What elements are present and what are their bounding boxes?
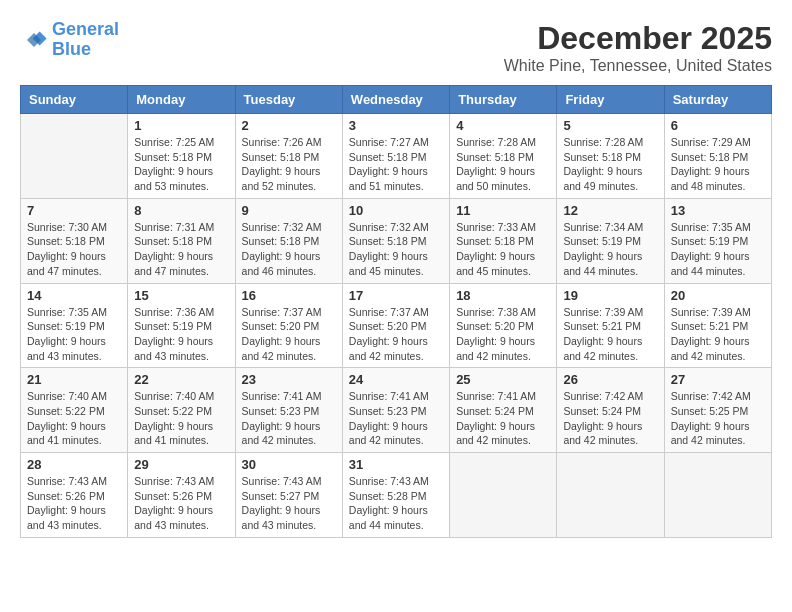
day-cell: 31Sunrise: 7:43 AMSunset: 5:28 PMDayligh… [342, 453, 449, 538]
day-info: Sunrise: 7:43 AMSunset: 5:26 PMDaylight:… [134, 474, 228, 533]
day-info: Sunrise: 7:38 AMSunset: 5:20 PMDaylight:… [456, 305, 550, 364]
day-cell: 7Sunrise: 7:30 AMSunset: 5:18 PMDaylight… [21, 198, 128, 283]
day-info: Sunrise: 7:43 AMSunset: 5:27 PMDaylight:… [242, 474, 336, 533]
day-number: 21 [27, 372, 121, 387]
weekday-wednesday: Wednesday [342, 86, 449, 114]
day-info: Sunrise: 7:43 AMSunset: 5:26 PMDaylight:… [27, 474, 121, 533]
day-info: Sunrise: 7:27 AMSunset: 5:18 PMDaylight:… [349, 135, 443, 194]
day-number: 26 [563, 372, 657, 387]
day-cell: 20Sunrise: 7:39 AMSunset: 5:21 PMDayligh… [664, 283, 771, 368]
day-cell: 9Sunrise: 7:32 AMSunset: 5:18 PMDaylight… [235, 198, 342, 283]
day-cell: 30Sunrise: 7:43 AMSunset: 5:27 PMDayligh… [235, 453, 342, 538]
day-cell [557, 453, 664, 538]
day-number: 20 [671, 288, 765, 303]
day-number: 2 [242, 118, 336, 133]
day-cell: 27Sunrise: 7:42 AMSunset: 5:25 PMDayligh… [664, 368, 771, 453]
day-cell: 12Sunrise: 7:34 AMSunset: 5:19 PMDayligh… [557, 198, 664, 283]
day-cell: 28Sunrise: 7:43 AMSunset: 5:26 PMDayligh… [21, 453, 128, 538]
day-info: Sunrise: 7:42 AMSunset: 5:24 PMDaylight:… [563, 389, 657, 448]
day-cell: 22Sunrise: 7:40 AMSunset: 5:22 PMDayligh… [128, 368, 235, 453]
week-row-4: 28Sunrise: 7:43 AMSunset: 5:26 PMDayligh… [21, 453, 772, 538]
day-number: 1 [134, 118, 228, 133]
day-info: Sunrise: 7:29 AMSunset: 5:18 PMDaylight:… [671, 135, 765, 194]
day-info: Sunrise: 7:41 AMSunset: 5:23 PMDaylight:… [242, 389, 336, 448]
day-number: 12 [563, 203, 657, 218]
day-cell: 17Sunrise: 7:37 AMSunset: 5:20 PMDayligh… [342, 283, 449, 368]
day-cell: 15Sunrise: 7:36 AMSunset: 5:19 PMDayligh… [128, 283, 235, 368]
day-info: Sunrise: 7:35 AMSunset: 5:19 PMDaylight:… [671, 220, 765, 279]
weekday-friday: Friday [557, 86, 664, 114]
day-number: 9 [242, 203, 336, 218]
day-cell: 29Sunrise: 7:43 AMSunset: 5:26 PMDayligh… [128, 453, 235, 538]
day-info: Sunrise: 7:43 AMSunset: 5:28 PMDaylight:… [349, 474, 443, 533]
calendar-table: SundayMondayTuesdayWednesdayThursdayFrid… [20, 85, 772, 538]
day-number: 15 [134, 288, 228, 303]
week-row-1: 7Sunrise: 7:30 AMSunset: 5:18 PMDaylight… [21, 198, 772, 283]
weekday-saturday: Saturday [664, 86, 771, 114]
day-info: Sunrise: 7:26 AMSunset: 5:18 PMDaylight:… [242, 135, 336, 194]
day-cell: 16Sunrise: 7:37 AMSunset: 5:20 PMDayligh… [235, 283, 342, 368]
logo: General Blue [20, 20, 119, 60]
day-cell: 2Sunrise: 7:26 AMSunset: 5:18 PMDaylight… [235, 114, 342, 199]
day-number: 30 [242, 457, 336, 472]
weekday-sunday: Sunday [21, 86, 128, 114]
day-cell: 1Sunrise: 7:25 AMSunset: 5:18 PMDaylight… [128, 114, 235, 199]
week-row-3: 21Sunrise: 7:40 AMSunset: 5:22 PMDayligh… [21, 368, 772, 453]
day-info: Sunrise: 7:42 AMSunset: 5:25 PMDaylight:… [671, 389, 765, 448]
day-info: Sunrise: 7:28 AMSunset: 5:18 PMDaylight:… [563, 135, 657, 194]
day-cell: 13Sunrise: 7:35 AMSunset: 5:19 PMDayligh… [664, 198, 771, 283]
day-info: Sunrise: 7:39 AMSunset: 5:21 PMDaylight:… [671, 305, 765, 364]
day-number: 17 [349, 288, 443, 303]
day-cell: 18Sunrise: 7:38 AMSunset: 5:20 PMDayligh… [450, 283, 557, 368]
day-info: Sunrise: 7:37 AMSunset: 5:20 PMDaylight:… [242, 305, 336, 364]
day-cell: 5Sunrise: 7:28 AMSunset: 5:18 PMDaylight… [557, 114, 664, 199]
weekday-header-row: SundayMondayTuesdayWednesdayThursdayFrid… [21, 86, 772, 114]
day-number: 8 [134, 203, 228, 218]
weekday-tuesday: Tuesday [235, 86, 342, 114]
day-info: Sunrise: 7:31 AMSunset: 5:18 PMDaylight:… [134, 220, 228, 279]
month-year-title: December 2025 [504, 20, 772, 57]
day-cell: 4Sunrise: 7:28 AMSunset: 5:18 PMDaylight… [450, 114, 557, 199]
day-info: Sunrise: 7:41 AMSunset: 5:23 PMDaylight:… [349, 389, 443, 448]
day-number: 11 [456, 203, 550, 218]
day-cell: 21Sunrise: 7:40 AMSunset: 5:22 PMDayligh… [21, 368, 128, 453]
day-number: 29 [134, 457, 228, 472]
logo-text: General Blue [52, 20, 119, 60]
day-info: Sunrise: 7:39 AMSunset: 5:21 PMDaylight:… [563, 305, 657, 364]
day-cell: 10Sunrise: 7:32 AMSunset: 5:18 PMDayligh… [342, 198, 449, 283]
day-info: Sunrise: 7:41 AMSunset: 5:24 PMDaylight:… [456, 389, 550, 448]
day-number: 6 [671, 118, 765, 133]
day-number: 23 [242, 372, 336, 387]
day-cell [21, 114, 128, 199]
day-number: 3 [349, 118, 443, 133]
day-cell: 25Sunrise: 7:41 AMSunset: 5:24 PMDayligh… [450, 368, 557, 453]
day-number: 16 [242, 288, 336, 303]
day-number: 28 [27, 457, 121, 472]
day-number: 5 [563, 118, 657, 133]
day-cell [450, 453, 557, 538]
day-number: 18 [456, 288, 550, 303]
page-header: General Blue December 2025 White Pine, T… [20, 20, 772, 75]
day-number: 25 [456, 372, 550, 387]
weekday-monday: Monday [128, 86, 235, 114]
week-row-0: 1Sunrise: 7:25 AMSunset: 5:18 PMDaylight… [21, 114, 772, 199]
day-cell: 19Sunrise: 7:39 AMSunset: 5:21 PMDayligh… [557, 283, 664, 368]
day-cell: 6Sunrise: 7:29 AMSunset: 5:18 PMDaylight… [664, 114, 771, 199]
title-section: December 2025 White Pine, Tennessee, Uni… [504, 20, 772, 75]
day-number: 19 [563, 288, 657, 303]
day-number: 22 [134, 372, 228, 387]
location-subtitle: White Pine, Tennessee, United States [504, 57, 772, 75]
weekday-thursday: Thursday [450, 86, 557, 114]
day-cell: 26Sunrise: 7:42 AMSunset: 5:24 PMDayligh… [557, 368, 664, 453]
day-cell: 23Sunrise: 7:41 AMSunset: 5:23 PMDayligh… [235, 368, 342, 453]
day-info: Sunrise: 7:25 AMSunset: 5:18 PMDaylight:… [134, 135, 228, 194]
day-cell [664, 453, 771, 538]
logo-icon [20, 26, 48, 54]
day-info: Sunrise: 7:32 AMSunset: 5:18 PMDaylight:… [242, 220, 336, 279]
day-number: 14 [27, 288, 121, 303]
day-info: Sunrise: 7:33 AMSunset: 5:18 PMDaylight:… [456, 220, 550, 279]
day-cell: 8Sunrise: 7:31 AMSunset: 5:18 PMDaylight… [128, 198, 235, 283]
day-number: 27 [671, 372, 765, 387]
day-cell: 24Sunrise: 7:41 AMSunset: 5:23 PMDayligh… [342, 368, 449, 453]
day-number: 24 [349, 372, 443, 387]
